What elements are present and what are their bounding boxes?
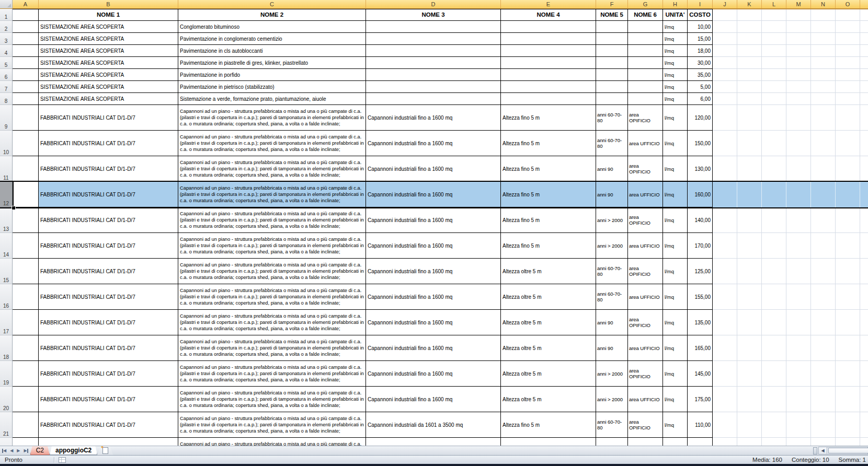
row-header-16[interactable]: 16 bbox=[0, 284, 13, 310]
cell-E7[interactable] bbox=[501, 81, 596, 93]
row-header-20[interactable]: 20 bbox=[0, 387, 13, 412]
cell-G19[interactable]: area OPIFICIO bbox=[628, 361, 663, 387]
empty-cells-row-6[interactable] bbox=[713, 69, 868, 81]
cell-I11[interactable]: 130,00 bbox=[688, 156, 713, 182]
empty-cells-row-8[interactable] bbox=[713, 93, 868, 105]
cell-B13[interactable]: FABBRICATI INDUSTRIALI CAT D/1-D/7 bbox=[39, 207, 178, 233]
cell-E21[interactable]: Altezza fino 5 m bbox=[501, 412, 596, 438]
empty-cells-row-20[interactable] bbox=[713, 387, 868, 412]
cell-D12[interactable]: Capannoni industriali fino a 1600 mq bbox=[366, 182, 501, 207]
cell-C3[interactable]: Pavimentazione in conglomerato cementizi… bbox=[178, 33, 366, 45]
cell-B10[interactable]: FABBRICATI INDUSTRIALI CAT D/1-D/7 bbox=[39, 131, 178, 156]
cell-E22[interactable] bbox=[501, 438, 596, 446]
cell-F8[interactable] bbox=[596, 93, 628, 105]
cell-D10[interactable]: Capannoni industriali fino a 1600 mq bbox=[366, 131, 501, 156]
column-header-C[interactable]: C bbox=[178, 0, 366, 8]
cell-A11[interactable] bbox=[13, 156, 39, 182]
empty-cells-row-15[interactable] bbox=[713, 259, 868, 284]
cell-A12[interactable] bbox=[13, 182, 39, 207]
cell-F12[interactable]: anni 90 bbox=[596, 182, 628, 207]
cell-A7[interactable] bbox=[13, 81, 39, 93]
cell-A8[interactable] bbox=[13, 93, 39, 105]
cell-B1[interactable]: NOME 1 bbox=[39, 9, 178, 21]
empty-cells-row-18[interactable] bbox=[713, 335, 868, 361]
cell-A10[interactable] bbox=[13, 131, 39, 156]
column-header-G[interactable]: G bbox=[628, 0, 663, 8]
cell-B19[interactable]: FABBRICATI INDUSTRIALI CAT D/1-D/7 bbox=[39, 361, 178, 387]
cell-C21[interactable]: Capannoni ad un piano - struttura prefab… bbox=[178, 412, 366, 438]
cell-A3[interactable] bbox=[13, 33, 39, 45]
cell-D5[interactable] bbox=[366, 57, 501, 69]
cell-H1[interactable]: UNITA' bbox=[663, 9, 688, 21]
cell-D16[interactable]: Capannoni industriali fino a 1600 mq bbox=[366, 284, 501, 310]
cell-B6[interactable]: SISTEMAZIONE AREA SCOPERTA bbox=[39, 69, 178, 81]
cell-E13[interactable]: Altezza fino 5 m bbox=[501, 207, 596, 233]
row-header-5[interactable]: 5 bbox=[0, 57, 13, 69]
cell-B16[interactable]: FABBRICATI INDUSTRIALI CAT D/1-D/7 bbox=[39, 284, 178, 310]
cell-E19[interactable]: Altezza oltre 5 m bbox=[501, 361, 596, 387]
empty-cells-row-3[interactable] bbox=[713, 33, 868, 45]
cell-H8[interactable]: l/mq bbox=[663, 93, 688, 105]
empty-cells-row-9[interactable] bbox=[713, 105, 868, 131]
cell-D1[interactable]: NOME 3 bbox=[366, 9, 501, 21]
cell-B22[interactable] bbox=[39, 438, 178, 446]
cell-C22[interactable]: Capannoni ad un piano - struttura prefab… bbox=[178, 438, 366, 446]
cell-F6[interactable] bbox=[596, 69, 628, 81]
empty-cells-row-12[interactable] bbox=[713, 182, 868, 207]
column-header-D[interactable]: D bbox=[366, 0, 501, 8]
cell-B14[interactable]: FABBRICATI INDUSTRIALI CAT D/1-D/7 bbox=[39, 233, 178, 259]
cell-G12[interactable]: area UFFICIO bbox=[628, 182, 663, 207]
cell-C13[interactable]: Capannoni ad un piano - struttura prefab… bbox=[178, 207, 366, 233]
cell-E3[interactable] bbox=[501, 33, 596, 45]
cell-H11[interactable]: l/mq bbox=[663, 156, 688, 182]
cell-F16[interactable]: anni 60-70-80 bbox=[596, 284, 628, 310]
cell-I19[interactable]: 145,00 bbox=[688, 361, 713, 387]
cell-C9[interactable]: Capannoni ad un piano - struttura prefab… bbox=[178, 105, 366, 131]
cell-E1[interactable]: NOME 4 bbox=[501, 9, 596, 21]
cell-G22[interactable] bbox=[628, 438, 663, 446]
cell-F21[interactable]: anni 60-70-80 bbox=[596, 412, 628, 438]
cell-B2[interactable]: SISTEMAZIONE AREA SCOPERTA bbox=[39, 21, 178, 33]
scroll-left-arrow[interactable]: ◀ bbox=[818, 447, 827, 455]
row-header-9[interactable]: 9 bbox=[0, 105, 13, 131]
column-header-L[interactable]: L bbox=[762, 0, 786, 8]
cell-I22[interactable] bbox=[688, 438, 713, 446]
cell-C15[interactable]: Capannoni ad un piano - struttura prefab… bbox=[178, 259, 366, 284]
cell-C14[interactable]: Capannoni ad un piano - struttura prefab… bbox=[178, 233, 366, 259]
cell-H7[interactable]: l/mq bbox=[663, 81, 688, 93]
cell-H9[interactable]: l/mq bbox=[663, 105, 688, 131]
cell-C2[interactable]: Conglomerato bituminoso bbox=[178, 21, 366, 33]
cell-G16[interactable]: area UFFICIO bbox=[628, 284, 663, 310]
cell-D19[interactable]: Capannoni industriali fino a 1600 mq bbox=[366, 361, 501, 387]
next-sheet-button[interactable]: ▶ bbox=[17, 448, 20, 453]
cell-G13[interactable]: area OPIFICIO bbox=[628, 207, 663, 233]
empty-cells-row-22[interactable] bbox=[713, 438, 868, 446]
empty-cells-row-16[interactable] bbox=[713, 284, 868, 310]
cell-F14[interactable]: anni > 2000 bbox=[596, 233, 628, 259]
empty-cells-row-4[interactable] bbox=[713, 45, 868, 57]
cell-B17[interactable]: FABBRICATI INDUSTRIALI CAT D/1-D/7 bbox=[39, 310, 178, 335]
cell-B12[interactable]: FABBRICATI INDUSTRIALI CAT D/1-D/7 bbox=[39, 182, 178, 207]
cell-G3[interactable] bbox=[628, 33, 663, 45]
cell-A9[interactable] bbox=[13, 105, 39, 131]
cell-I10[interactable]: 150,00 bbox=[688, 131, 713, 156]
column-header-N[interactable]: N bbox=[811, 0, 836, 8]
cell-F10[interactable]: anni 60-70-80 bbox=[596, 131, 628, 156]
row-header-19[interactable]: 19 bbox=[0, 361, 13, 387]
empty-cells-row-17[interactable] bbox=[713, 310, 868, 335]
column-header-P[interactable]: P bbox=[860, 0, 868, 8]
cell-D21[interactable]: Capannoni industriali da 1601 a 3500 mq bbox=[366, 412, 501, 438]
row-header-14[interactable]: 14 bbox=[0, 233, 13, 259]
cell-E17[interactable]: Altezza oltre 5 m bbox=[501, 310, 596, 335]
cell-D14[interactable]: Capannoni industriali fino a 1600 mq bbox=[366, 233, 501, 259]
previous-sheet-button[interactable]: ◀ bbox=[10, 448, 13, 453]
cell-I20[interactable]: 175,00 bbox=[688, 387, 713, 412]
cell-D22[interactable] bbox=[366, 438, 501, 446]
row-header-1[interactable]: 1 bbox=[0, 9, 13, 21]
empty-cells-row-21[interactable] bbox=[713, 412, 868, 438]
cell-A21[interactable] bbox=[13, 412, 39, 438]
cell-H5[interactable]: l/mq bbox=[663, 57, 688, 69]
cell-I9[interactable]: 120,00 bbox=[688, 105, 713, 131]
column-header-J[interactable]: J bbox=[713, 0, 737, 8]
cell-C5[interactable]: Pavimentazione in piastrelle di gres, kl… bbox=[178, 57, 366, 69]
